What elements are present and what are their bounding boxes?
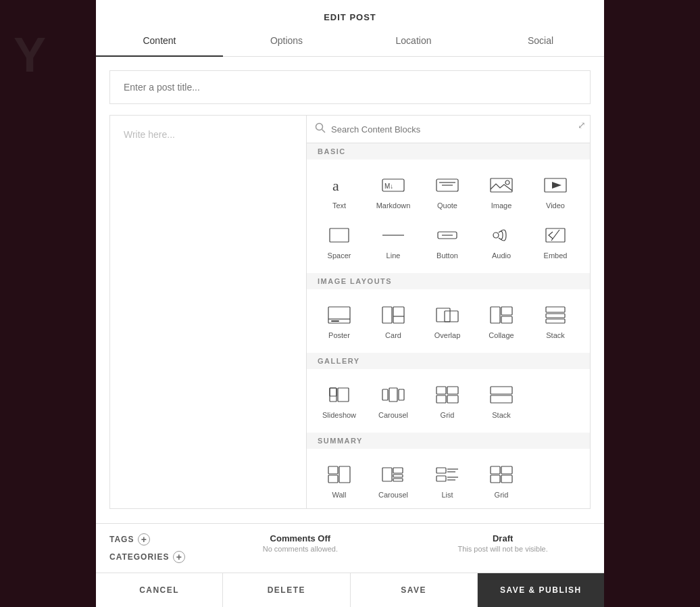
block-carousel-sum-label: Carousel (378, 491, 408, 499)
block-button[interactable]: Button (420, 216, 474, 266)
block-carousel-sum[interactable]: Carousel (366, 456, 420, 506)
svg-rect-34 (338, 388, 349, 402)
block-quote[interactable]: Quote (420, 166, 474, 216)
save-button[interactable]: SAVE (351, 573, 478, 607)
svg-rect-23 (393, 307, 404, 323)
block-spacer[interactable]: Spacer (312, 216, 366, 266)
markdown-icon: M↓ (378, 173, 408, 197)
block-stack-gal[interactable]: Stack (474, 376, 528, 426)
post-title-input[interactable] (109, 70, 591, 104)
block-audio-label: Audio (492, 251, 511, 260)
tab-location[interactable]: Location (350, 26, 477, 57)
footer-tags-categories: TAGS + CATEGORIES + (109, 533, 185, 563)
block-grid-sum[interactable]: Grid (474, 456, 528, 506)
carousel-sum-icon (378, 462, 408, 487)
block-overlap-label: Overlap (434, 331, 461, 339)
svg-rect-21 (331, 320, 339, 322)
block-card-label: Card (385, 331, 401, 339)
footer-meta: TAGS + CATEGORIES + Comments Off No comm… (96, 524, 604, 573)
svg-rect-40 (447, 387, 458, 394)
tab-social[interactable]: Social (477, 26, 604, 57)
block-quote-label: Quote (437, 201, 457, 210)
svg-rect-43 (491, 387, 512, 394)
svg-rect-22 (382, 307, 392, 323)
block-card[interactable]: Card (366, 296, 420, 346)
block-list[interactable]: List (420, 456, 474, 506)
block-embed-label: Embed (544, 251, 568, 260)
svg-rect-55 (436, 476, 446, 481)
basic-blocks-grid: a Text M↓ (307, 160, 590, 273)
block-stack-img[interactable]: Stack (528, 296, 582, 346)
write-area[interactable]: Write here... (110, 116, 306, 508)
tags-label: TAGS (109, 535, 134, 544)
comments-title: Comments Off (212, 533, 388, 543)
svg-rect-52 (436, 468, 446, 473)
tags-row: TAGS + (109, 533, 185, 545)
save-publish-button[interactable]: SAVE & PUBLISH (478, 573, 604, 607)
block-audio[interactable]: Audio (474, 216, 528, 266)
quote-icon (432, 173, 462, 197)
block-line[interactable]: Line (366, 216, 420, 266)
delete-button[interactable]: DELETE (223, 573, 350, 607)
block-video[interactable]: Video (528, 166, 582, 216)
block-carousel[interactable]: Carousel (366, 376, 420, 426)
svg-rect-60 (491, 475, 500, 483)
svg-text:a: a (332, 177, 339, 194)
svg-rect-58 (491, 466, 500, 474)
svg-rect-49 (393, 468, 403, 473)
svg-rect-32 (546, 319, 565, 323)
block-grid-label: Grid (441, 411, 455, 419)
blocks-panel: BASIC a Text (306, 116, 590, 508)
block-stack-img-label: Stack (546, 331, 565, 339)
audio-icon (486, 223, 516, 247)
svg-rect-44 (491, 395, 512, 403)
block-poster[interactable]: Poster (312, 296, 366, 346)
slideshow-icon (324, 383, 354, 407)
svg-marker-11 (552, 182, 561, 189)
blocks-scroll[interactable]: BASIC a Text (307, 143, 590, 508)
add-tags-button[interactable]: + (138, 533, 150, 545)
svg-line-1 (322, 130, 326, 133)
tab-options[interactable]: Options (223, 26, 350, 57)
carousel-icon (378, 383, 408, 407)
block-wall[interactable]: Wall (312, 456, 366, 506)
embed-icon (541, 223, 570, 247)
svg-rect-38 (399, 389, 404, 400)
cancel-button[interactable]: CANCEL (96, 573, 223, 607)
tab-content[interactable]: Content (96, 26, 223, 57)
svg-rect-41 (436, 395, 446, 403)
block-markdown-label: Markdown (376, 201, 411, 210)
svg-point-9 (505, 180, 509, 185)
block-collage[interactable]: Collage (474, 296, 528, 346)
video-icon (541, 173, 570, 197)
stack-gal-icon (486, 383, 516, 407)
block-markdown[interactable]: M↓ Markdown (366, 166, 420, 216)
block-grid-sum-label: Grid (495, 491, 509, 499)
block-slideshow[interactable]: Slideshow (312, 376, 366, 426)
svg-rect-26 (445, 311, 458, 322)
svg-rect-45 (328, 466, 338, 474)
modal-title: EDIT POST (96, 0, 604, 22)
footer-actions: CANCEL DELETE SAVE SAVE & PUBLISH (96, 573, 604, 607)
expand-icon[interactable]: ⤢ (578, 120, 586, 130)
svg-rect-61 (501, 475, 512, 483)
block-grid[interactable]: Grid (420, 376, 474, 426)
svg-rect-36 (382, 389, 388, 400)
block-image[interactable]: Image (474, 166, 528, 216)
block-overlap[interactable]: Overlap (420, 296, 474, 346)
add-categories-button[interactable]: + (173, 551, 185, 563)
modal-backdrop: EDIT POST Content Options Location Socia… (0, 0, 700, 607)
svg-rect-47 (328, 475, 338, 483)
draft-sub: This post will not be visible. (415, 545, 591, 553)
image-layout-blocks-grid: Poster Card (307, 289, 590, 353)
modal-tabs: Content Options Location Social (96, 25, 604, 57)
list-icon (432, 462, 462, 487)
svg-rect-50 (393, 475, 403, 477)
comments-sub: No comments allowed. (212, 545, 388, 553)
footer-comments: Comments Off No comments allowed. (212, 533, 388, 553)
blocks-search-input[interactable] (331, 124, 582, 135)
block-image-label: Image (491, 201, 512, 210)
section-gallery: GALLERY (307, 353, 590, 369)
block-text[interactable]: a Text (312, 166, 366, 216)
block-embed[interactable]: Embed (528, 216, 582, 266)
